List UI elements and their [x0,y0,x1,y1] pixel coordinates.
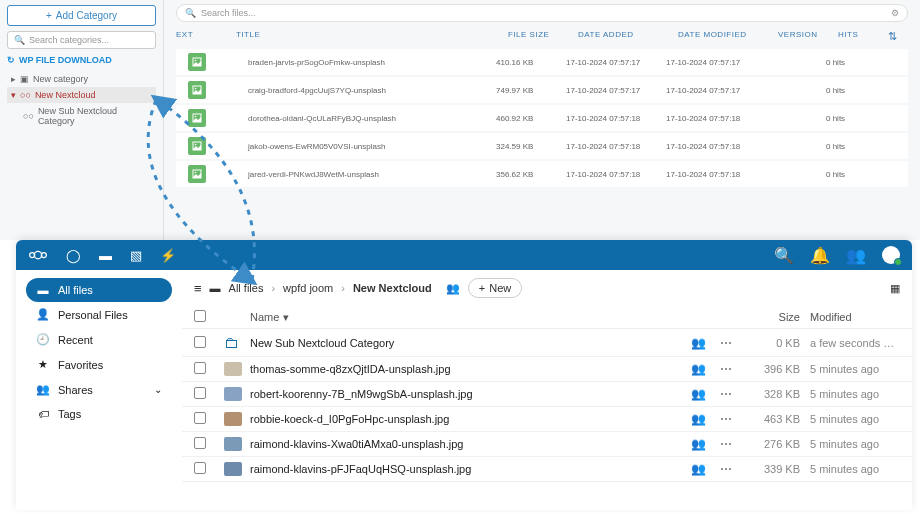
col-filesize[interactable]: FILE SIZE [508,30,578,43]
date-modified: 17-10-2024 07:57:18 [666,142,766,151]
table-row[interactable]: craig-bradford-4pgcUujS7YQ-unsplash749.9… [176,77,908,103]
more-actions-icon[interactable]: ⋯ [712,412,740,426]
sidebar-item-all-files[interactable]: ▬ All files [26,278,172,302]
table-row[interactable]: dorothea-oldani-QcULaRFyBJQ-unsplash460.… [176,105,908,131]
dashboard-icon[interactable]: ◯ [66,248,81,263]
tag-icon: 🏷 [36,408,50,420]
file-name[interactable]: robbie-koeck-d_I0PgFoHpc-unsplash.jpg [250,413,684,425]
table-row[interactable]: raimond-klavins-pFJFaqUqHSQ-unsplash.jpg… [182,457,912,482]
tree-item-new-sub[interactable]: ○○ New Sub Nextcloud Category [7,103,156,129]
col-title[interactable]: TITLE [236,30,508,43]
table-row[interactable]: jared-verdi-PNKwdJ8WetM-unsplash356.62 K… [176,161,908,187]
wp-dl-label: WP FILE DOWNLOAD [19,55,112,65]
share-icon[interactable]: 👥 [684,462,712,476]
sidebar-item-tags[interactable]: 🏷 Tags [26,402,172,426]
notifications-icon[interactable]: 🔔 [810,246,830,265]
file-name[interactable]: raimond-klavins-pFJFaqUqHSQ-unsplash.jpg [250,463,684,475]
more-actions-icon[interactable]: ⋯ [712,362,740,376]
file-name[interactable]: raimond-klavins-Xwa0tiAMxa0-unsplash.jpg [250,438,684,450]
more-actions-icon[interactable]: ⋯ [712,387,740,401]
row-checkbox[interactable] [194,387,224,401]
row-checkbox[interactable] [194,437,224,451]
row-checkbox[interactable] [194,362,224,376]
col-name[interactable]: Name ▾ [250,311,740,324]
search-categories-input[interactable]: 🔍 Search categories... [7,31,156,49]
tree-item-new-nextcloud[interactable]: ▾ ○○ New Nextcloud [7,87,156,103]
table-row[interactable]: robbie-koeck-d_I0PgFoHpc-unsplash.jpg👥⋯4… [182,407,912,432]
more-actions-icon[interactable]: ⋯ [712,462,740,476]
contacts-icon[interactable]: 👥 [846,246,866,265]
hits: 0 hits [826,142,876,151]
sidebar-item-favorites[interactable]: ★ Favorites [26,352,172,377]
tree-item-new-category[interactable]: ▸ ▣ New category [7,71,156,87]
grid-view-icon[interactable]: ▦ [890,282,900,295]
activity-icon[interactable]: ⚡ [160,248,176,263]
share-icon[interactable]: 👥 [684,437,712,451]
share-icon[interactable]: 👥 [446,282,460,295]
col-version[interactable]: VERSION [778,30,838,43]
col-modified[interactable]: Modified [800,311,900,323]
file-modified: 5 minutes ago [800,438,900,450]
share-icon[interactable]: 👥 [684,362,712,376]
table-row[interactable]: 🗀New Sub Nextcloud Category👥⋯0 KBa few s… [182,329,912,357]
sidebar-item-shares[interactable]: 👥 Shares ⌄ [26,377,172,402]
share-icon[interactable]: 👥 [684,336,712,350]
sort-asc-icon: ▾ [283,311,289,324]
share-icon[interactable]: 👥 [684,387,712,401]
nextcloud-icon: ○○ [23,111,34,121]
svg-point-9 [195,172,197,174]
col-size[interactable]: Size [740,311,800,323]
row-checkbox[interactable] [194,462,224,476]
table-row[interactable]: thomas-somme-q8zxQjtIDA-unsplash.jpg👥⋯39… [182,357,912,382]
crumb-current[interactable]: New Nextcloud [353,282,432,294]
sidebar-item-recent[interactable]: 🕘 Recent [26,327,172,352]
photos-icon[interactable]: ▧ [130,248,142,263]
col-ext[interactable]: EXT [176,30,236,43]
file-name[interactable]: New Sub Nextcloud Category [250,337,684,349]
table-row[interactable]: raimond-klavins-Xwa0tiAMxa0-unsplash.jpg… [182,432,912,457]
crumb-all-files[interactable]: All files [229,282,264,294]
table-row[interactable]: robert-koorenny-7B_nM9wgSbA-unsplash.jpg… [182,382,912,407]
file-name[interactable]: robert-koorenny-7B_nM9wgSbA-unsplash.jpg [250,388,684,400]
files-icon[interactable]: ▬ [99,248,112,263]
nextcloud-main: ≡ ▬ All files › wpfd joom › New Nextclou… [182,270,912,510]
date-added: 17-10-2024 07:57:18 [566,142,666,151]
file-title: braden-jarvis-prSogOoFmkw-unsplash [248,58,496,67]
settings-icon[interactable]: ⚙ [891,8,899,18]
sync-icon: ↻ [7,55,15,65]
menu-toggle-icon[interactable]: ≡ [194,281,202,296]
share-icon[interactable]: 👥 [684,412,712,426]
more-actions-icon[interactable]: ⋯ [712,437,740,451]
filter-icon[interactable]: ⇅ [888,30,908,43]
new-button[interactable]: + New [468,278,522,298]
image-file-icon [188,109,206,127]
home-folder-icon[interactable]: ▬ [210,282,221,294]
file-name[interactable]: thomas-somme-q8zxQjtIDA-unsplash.jpg [250,363,684,375]
crumb-wpfd[interactable]: wpfd joom [283,282,333,294]
folder-icon: ▣ [20,74,29,84]
date-added: 17-10-2024 07:57:18 [566,170,666,179]
avatar[interactable] [882,246,900,264]
row-checkbox[interactable] [194,412,224,426]
image-file-icon [188,81,206,99]
row-checkbox[interactable] [194,336,224,350]
col-date-added[interactable]: DATE ADDED [578,30,678,43]
table-row[interactable]: jakob-owens-EwRM05V0VSI-unsplash324.59 K… [176,133,908,159]
wp-main: 🔍 Search files... ⚙ EXT TITLE FILE SIZE … [164,0,920,240]
search-files-input[interactable]: 🔍 Search files... ⚙ [176,4,908,22]
chevron-right-icon: › [341,282,345,294]
table-row[interactable]: braden-jarvis-prSogOoFmkw-unsplash410.16… [176,49,908,75]
select-all-checkbox[interactable] [194,310,224,324]
add-category-button[interactable]: + Add Category [7,5,156,26]
nextcloud-logo-icon[interactable] [28,248,48,262]
more-actions-icon[interactable]: ⋯ [712,336,740,350]
nc-table-body: 🗀New Sub Nextcloud Category👥⋯0 KBa few s… [182,329,912,482]
svg-point-3 [195,88,197,90]
col-hits[interactable]: HITS [838,30,888,43]
sidebar-item-personal[interactable]: 👤 Personal Files [26,302,172,327]
file-size: 396 KB [740,363,800,375]
image-thumbnail [224,362,242,376]
search-icon[interactable]: 🔍 [774,246,794,265]
col-date-modified[interactable]: DATE MODIFIED [678,30,778,43]
svg-point-5 [195,116,197,118]
